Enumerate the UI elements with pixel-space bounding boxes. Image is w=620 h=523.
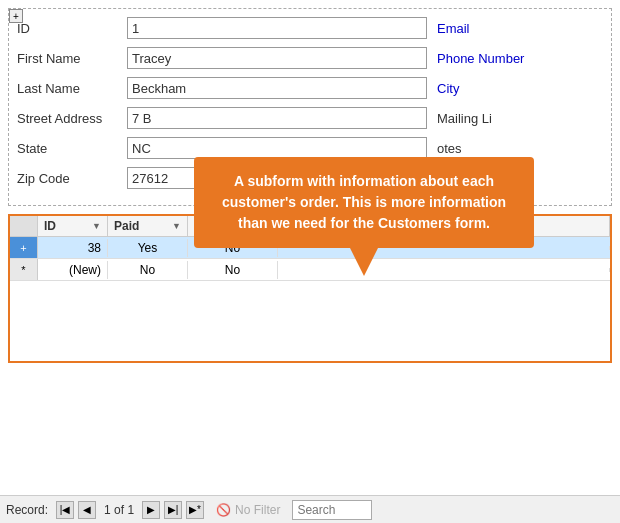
label-firstname: First Name bbox=[17, 51, 127, 66]
form-row-firstname: First Name Phone Number bbox=[17, 47, 603, 69]
cell-preorder-new: No bbox=[188, 261, 278, 279]
search-input[interactable] bbox=[292, 500, 372, 520]
label-id: ID bbox=[17, 21, 127, 36]
tooltip-callout: A subform with information about each cu… bbox=[194, 157, 534, 248]
nav-first-button[interactable]: |◀ bbox=[56, 501, 74, 519]
label-zip: Zip Code bbox=[17, 171, 127, 186]
form-row-id: ID Email bbox=[17, 17, 603, 39]
label-phone: Phone Number bbox=[437, 51, 524, 66]
nav-prev-button[interactable]: ◀ bbox=[78, 501, 96, 519]
tooltip-arrow bbox=[350, 248, 378, 276]
input-street[interactable] bbox=[127, 107, 427, 129]
nav-next-button[interactable]: ▶ bbox=[142, 501, 160, 519]
label-state: State bbox=[17, 141, 127, 156]
label-lastname: Last Name bbox=[17, 81, 127, 96]
no-filter-area[interactable]: 🚫 No Filter bbox=[216, 503, 280, 517]
form-row-lastname: Last Name City bbox=[17, 77, 603, 99]
input-state[interactable] bbox=[127, 137, 427, 159]
record-position: 1 of 1 bbox=[104, 503, 134, 517]
row-new-indicator: * bbox=[10, 259, 38, 280]
cell-id-new: (New) bbox=[38, 261, 108, 279]
label-mailing: Mailing Li bbox=[437, 111, 492, 126]
sort-arrow-id: ▼ bbox=[92, 221, 101, 231]
label-street: Street Address bbox=[17, 111, 127, 126]
record-label: Record: bbox=[6, 503, 48, 517]
form-row-state: State otes bbox=[17, 137, 603, 159]
cell-paid-1: Yes bbox=[108, 239, 188, 257]
form-row-street: Street Address Mailing Li bbox=[17, 107, 603, 129]
sort-arrow-paid: ▼ bbox=[172, 221, 181, 231]
table-row-new[interactable]: * (New) No No bbox=[10, 259, 610, 281]
col-indicator-header bbox=[10, 216, 38, 236]
nav-new-button[interactable]: ▶* bbox=[186, 501, 204, 519]
filter-icon: 🚫 bbox=[216, 503, 231, 517]
col-header-paid[interactable]: Paid ▼ bbox=[108, 216, 188, 236]
nav-last-button[interactable]: ▶| bbox=[164, 501, 182, 519]
cell-id-1: 38 bbox=[38, 239, 108, 257]
cell-notes-new bbox=[278, 268, 610, 272]
input-lastname[interactable] bbox=[127, 77, 427, 99]
col-header-id[interactable]: ID ▼ bbox=[38, 216, 108, 236]
form-container: + ID Email First Name Phone Number Last … bbox=[8, 8, 612, 206]
nav-bar: Record: |◀ ◀ 1 of 1 ▶ ▶| ▶* 🚫 No Filter bbox=[0, 495, 620, 523]
empty-rows bbox=[10, 281, 610, 361]
label-notes-right: otes bbox=[437, 141, 462, 156]
cell-paid-new: No bbox=[108, 261, 188, 279]
label-city: City bbox=[437, 81, 459, 96]
row-expand-icon[interactable]: + bbox=[10, 237, 38, 258]
input-firstname[interactable] bbox=[127, 47, 427, 69]
no-filter-label: No Filter bbox=[235, 503, 280, 517]
input-id[interactable] bbox=[127, 17, 427, 39]
expand-icon[interactable]: + bbox=[9, 9, 23, 23]
label-email: Email bbox=[437, 21, 470, 36]
